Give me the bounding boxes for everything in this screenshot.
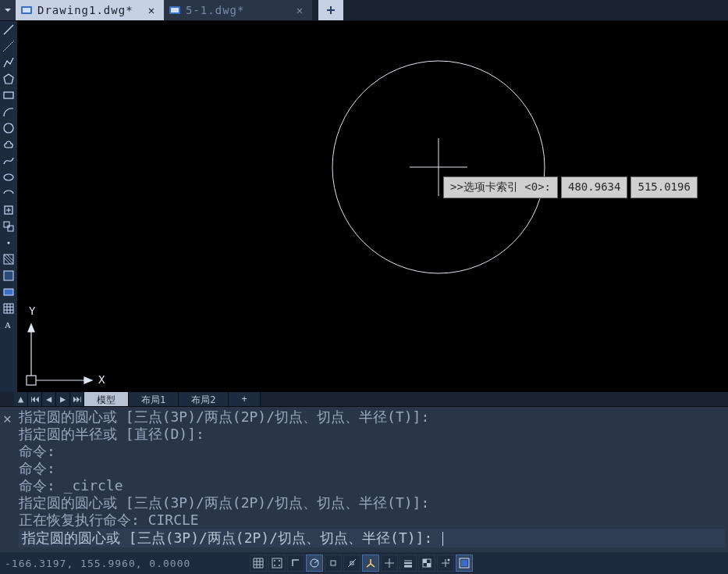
rectangle-tool-icon[interactable] — [2, 88, 16, 102]
svg-point-38 — [279, 565, 280, 566]
gradient-tool-icon[interactable] — [2, 269, 16, 283]
svg-rect-13 — [4, 222, 9, 227]
layout1-tab[interactable]: 布局1 — [129, 392, 179, 406]
svg-point-37 — [274, 565, 275, 566]
svg-rect-20 — [4, 271, 13, 280]
polyline-tool-icon[interactable] — [2, 55, 16, 70]
svg-rect-34 — [272, 558, 282, 568]
svg-line-5 — [3, 41, 14, 52]
svg-point-54 — [448, 559, 450, 562]
command-panel-close-icon[interactable]: ✕ — [3, 410, 16, 422]
layout-prev-icon[interactable]: ◀ — [42, 392, 56, 406]
cmd-line: 命令: — [19, 460, 725, 477]
svg-line-4 — [4, 25, 13, 34]
svg-rect-3 — [171, 8, 179, 12]
construction-line-tool-icon[interactable] — [2, 39, 16, 53]
svg-marker-6 — [4, 74, 13, 84]
svg-rect-22 — [4, 304, 13, 313]
selection-cycling-toggle-icon[interactable] — [437, 554, 454, 572]
cmd-line: 命令: _circle — [19, 477, 725, 494]
region-tool-icon[interactable] — [2, 285, 16, 299]
draw-toolbar: A — [0, 21, 17, 392]
svg-rect-41 — [331, 561, 336, 565]
text-tool-icon[interactable]: A — [2, 318, 16, 332]
add-layout-tab[interactable]: + — [229, 392, 260, 406]
svg-line-19 — [7, 255, 13, 261]
model-tab[interactable]: 模型 — [84, 392, 129, 406]
dynamic-input-x[interactable]: 480.9634 — [561, 176, 627, 198]
cmd-line: 命令: — [19, 443, 725, 460]
layout-first-icon[interactable]: ⏮ — [28, 392, 42, 406]
ucs-x-label: X — [98, 373, 105, 386]
drawing-canvas[interactable]: Y X — [17, 21, 728, 392]
object-snap-tracking-toggle-icon[interactable] — [343, 554, 360, 572]
dynamic-ucs-toggle-icon[interactable] — [362, 554, 379, 572]
spline-tool-icon[interactable] — [2, 154, 16, 168]
hatch-tool-icon[interactable] — [2, 252, 16, 266]
layout-next-icon[interactable]: ▶ — [56, 392, 70, 406]
table-tool-icon[interactable] — [2, 301, 16, 316]
arc-tool-icon[interactable] — [2, 105, 16, 119]
grid-display-toggle-icon[interactable] — [250, 554, 267, 572]
ellipse-tool-icon[interactable] — [2, 170, 16, 184]
model-space-toggle-icon[interactable] — [456, 554, 473, 572]
point-tool-icon[interactable] — [2, 236, 16, 250]
transparency-toggle-icon[interactable] — [418, 554, 435, 572]
circle-tool-icon[interactable] — [2, 121, 16, 135]
svg-point-8 — [4, 123, 13, 133]
dynamic-input-toggle-icon[interactable] — [381, 554, 398, 572]
file-tab-active[interactable]: Drawing1.dwg* ✕ — [16, 0, 164, 20]
layout2-tab[interactable]: 布局2 — [179, 392, 229, 406]
svg-rect-21 — [4, 289, 13, 295]
tab-close-icon[interactable]: ✕ — [293, 4, 306, 16]
svg-rect-56 — [461, 560, 467, 566]
svg-rect-31 — [27, 376, 36, 385]
svg-text:A: A — [5, 320, 11, 330]
file-tab-inactive-label: 5-1.dwg* — [186, 4, 289, 16]
svg-line-42 — [348, 559, 356, 567]
polar-tracking-toggle-icon[interactable] — [306, 554, 323, 572]
svg-rect-51 — [427, 563, 431, 567]
cursor-coordinates: -166.3197, 155.9960, 0.0000 — [5, 558, 239, 569]
cmd-line: 正在恢复执行命令: CIRCLE — [19, 512, 725, 529]
ellipse-arc-tool-icon[interactable] — [2, 187, 16, 201]
ortho-mode-toggle-icon[interactable] — [287, 554, 304, 572]
dwg-file-icon — [20, 4, 33, 16]
command-line-panel: ✕ 指定圆的圆心或 [三点(3P)/两点(2P)/切点、切点、半径(T)]: 指… — [0, 406, 728, 552]
svg-rect-1 — [23, 8, 30, 12]
status-bar: -166.3197, 155.9960, 0.0000 — [0, 552, 728, 574]
dynamic-input-prompt[interactable]: >>选项卡索引 <0>: — [443, 176, 558, 198]
insert-block-tool-icon[interactable] — [2, 203, 16, 217]
line-tool-icon[interactable] — [2, 23, 16, 37]
command-history-lines: 指定圆的圆心或 [三点(3P)/两点(2P)/切点、切点、半径(T)]: 指定圆… — [19, 408, 725, 547]
svg-point-35 — [274, 560, 275, 562]
lineweight-toggle-icon[interactable] — [400, 554, 417, 572]
cmd-line: 指定圆的圆心或 [三点(3P)/两点(2P)/切点、切点、半径(T)]: — [19, 494, 725, 512]
drawing-svg: Y X — [17, 21, 728, 392]
layout-scroll-up-icon[interactable]: ▲ — [14, 392, 28, 406]
revision-cloud-tool-icon[interactable] — [2, 137, 16, 152]
svg-line-17 — [4, 258, 10, 264]
file-tab-inactive[interactable]: 5-1.dwg* ✕ — [164, 0, 312, 20]
snap-mode-toggle-icon[interactable] — [268, 554, 286, 572]
svg-rect-7 — [4, 92, 13, 98]
dwg-file-icon — [169, 4, 181, 16]
svg-point-15 — [8, 242, 10, 244]
polygon-tool-icon[interactable] — [2, 72, 16, 86]
command-input[interactable]: 指定圆的圆心或 [三点(3P)/两点(2P)/切点、切点、半径(T)]: — [19, 529, 725, 547]
add-tab-button[interactable] — [318, 0, 343, 20]
svg-rect-50 — [423, 559, 427, 563]
ucs-y-label: Y — [29, 305, 36, 317]
svg-point-9 — [4, 174, 13, 180]
dynamic-input-tooltip: >>选项卡索引 <0>: 480.9634 515.0196 — [443, 176, 698, 198]
cmd-line: 指定圆的圆心或 [三点(3P)/两点(2P)/切点、切点、半径(T)]: — [19, 408, 725, 426]
svg-point-36 — [279, 560, 280, 562]
tab-dropdown-button[interactable] — [0, 0, 16, 20]
file-tab-bar: Drawing1.dwg* ✕ 5-1.dwg* ✕ — [0, 0, 728, 21]
layout-last-icon[interactable]: ⏭ — [70, 392, 84, 406]
object-snap-toggle-icon[interactable] — [325, 554, 342, 572]
status-toggles — [250, 554, 473, 572]
dynamic-input-y[interactable]: 515.0196 — [630, 176, 697, 198]
tab-close-icon[interactable]: ✕ — [145, 4, 158, 16]
make-block-tool-icon[interactable] — [2, 219, 16, 234]
